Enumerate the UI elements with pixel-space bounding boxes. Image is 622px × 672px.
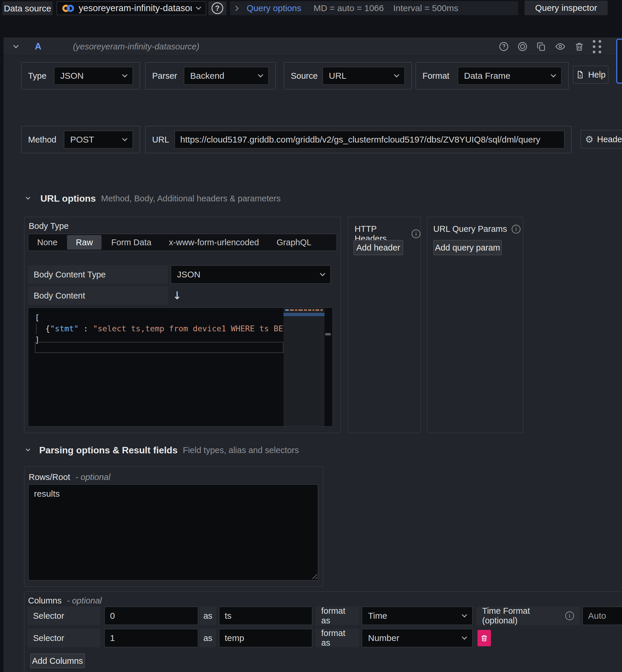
url-options-section-header[interactable]: URL options Method, Body, Additional hea…: [26, 191, 281, 206]
alias-input[interactable]: [219, 606, 312, 625]
selector-label: Selector: [27, 629, 100, 647]
trash-icon: [480, 634, 488, 642]
parsing-section-header[interactable]: Parsing options & Result fields Field ty…: [26, 442, 299, 458]
chevron-down-icon: [551, 72, 556, 77]
add-columns-label: Add Columns: [32, 656, 83, 666]
query-collapse-chevron-icon[interactable]: [13, 43, 19, 48]
method-select[interactable]: POST: [64, 131, 133, 149]
source-field-group: Source URL: [284, 62, 412, 90]
radio-option-urlencoded[interactable]: x-www-form-urlencoded: [160, 234, 268, 250]
parser-select[interactable]: Backend: [184, 67, 269, 85]
minimap-view-indicator[interactable]: [283, 313, 324, 316]
time-format-input[interactable]: [582, 606, 622, 625]
body-content-type-select[interactable]: JSON: [171, 265, 331, 284]
info-circle-icon[interactable]: i: [412, 230, 420, 238]
add-query-param-button[interactable]: Add query param: [433, 240, 502, 255]
radio-option-form-data[interactable]: Form Data: [102, 234, 160, 250]
format-value: Data Frame: [464, 71, 510, 81]
max-data-points-text: MD = auto = 1066: [314, 3, 384, 13]
selector-input[interactable]: [104, 629, 198, 647]
as-label-text: as: [203, 611, 212, 621]
format-select[interactable]: Data Frame: [457, 67, 562, 85]
body-content-type-label-text: Body Content Type: [34, 270, 106, 279]
url-query-params-title-row: URL Query Params i: [433, 224, 520, 234]
focused-edge-element[interactable]: [616, 39, 622, 84]
selector-label-text: Selector: [33, 633, 64, 643]
infinity-logo-icon: [62, 5, 74, 12]
alias-input[interactable]: [219, 629, 312, 647]
minimap-marks: [285, 309, 323, 311]
type-select[interactable]: JSON: [54, 67, 133, 85]
query-datasource-hint: (yesoreyeram-infinity-datasource): [73, 42, 199, 52]
indent-guide: [36, 324, 37, 334]
body-type-radio-group: None Raw Form Data x-www-form-urlencoded…: [28, 234, 337, 251]
body-content-label: Body Content: [28, 286, 168, 305]
time-format-label: Time Format (optional) i: [476, 606, 580, 625]
query-row-actions: [498, 40, 601, 53]
add-query-param-label: Add query param: [435, 243, 500, 253]
code-minimap[interactable]: [283, 308, 324, 426]
current-line-highlight: [35, 342, 283, 353]
eye-icon-button[interactable]: [555, 41, 566, 52]
source-select[interactable]: URL: [322, 67, 405, 85]
format-select[interactable]: Number: [361, 629, 473, 647]
datasource-picker[interactable]: yesoreyeram-infinity-datasou: [57, 1, 206, 15]
chevron-down-icon: [258, 72, 263, 77]
selector-label-text: Selector: [33, 611, 64, 621]
radio-option-raw[interactable]: Raw: [67, 235, 102, 250]
url-options-title: URL options: [40, 193, 96, 204]
info-circle-icon[interactable]: i: [565, 611, 574, 620]
type-value: JSON: [60, 71, 84, 81]
body-content-type-value: JSON: [177, 270, 200, 279]
format-field-group: Format Data Frame: [415, 62, 569, 90]
drag-handle-icon[interactable]: [593, 40, 601, 53]
rows-root-textarea[interactable]: results: [28, 484, 318, 581]
query-inspector-button[interactable]: Query inspector: [525, 1, 608, 15]
chevron-down-icon: [122, 136, 127, 141]
help-button[interactable]: Help: [573, 66, 609, 84]
body-content-code-editor[interactable]: [ {"stmt" : "select ts,temp from device1…: [28, 307, 333, 427]
delete-column-button[interactable]: [478, 630, 491, 646]
body-content-label-text: Body Content: [34, 291, 85, 301]
method-label: Method: [28, 135, 64, 144]
parser-value: Backend: [190, 71, 224, 81]
chevron-down-icon: [122, 72, 127, 77]
record-circle-icon-button[interactable]: [517, 41, 528, 52]
radio-option-none[interactable]: None: [28, 234, 66, 250]
query-row-header[interactable]: A (yesoreyeram-infinity-datasource): [3, 37, 622, 56]
format-value: Number: [368, 633, 400, 643]
interval-text: Interval = 500ms: [393, 3, 458, 13]
datasource-label-text: Data source: [4, 3, 51, 13]
add-columns-button[interactable]: Add Columns: [30, 653, 85, 668]
columns-label: Columns: [28, 596, 62, 605]
scrollbar-thumb[interactable]: [325, 333, 331, 335]
format-select[interactable]: Time: [361, 606, 473, 625]
trash-icon-button[interactable]: [574, 41, 585, 52]
chevron-down-icon: [394, 72, 399, 77]
url-field-group: URL: [145, 126, 572, 154]
add-header-button[interactable]: Add header: [353, 240, 403, 255]
as-label-text: as: [203, 633, 212, 643]
parser-field-group: Parser Backend: [145, 62, 276, 90]
source-value: URL: [329, 71, 346, 81]
radio-option-graphql[interactable]: GraphQL: [268, 234, 320, 250]
arrow-down-icon[interactable]: ↓: [173, 290, 181, 301]
section-collapse-chevron-icon[interactable]: [26, 447, 30, 451]
body-content-type-label: Body Content Type: [28, 265, 168, 284]
copy-icon-button[interactable]: [536, 41, 547, 52]
url-query-params-title: URL Query Params: [433, 224, 507, 234]
type-label: Type: [28, 71, 54, 81]
headers-button[interactable]: ⚙ Headers,: [581, 130, 622, 149]
datasource-help-button[interactable]: ?: [208, 1, 227, 15]
body-type-label: Body Type: [29, 221, 69, 231]
info-circle-icon[interactable]: i: [512, 225, 520, 234]
source-label: Source: [291, 71, 322, 81]
query-options-link[interactable]: Query options: [247, 3, 301, 13]
query-ref-id: A: [35, 41, 41, 52]
section-collapse-chevron-icon[interactable]: [26, 195, 30, 200]
datasource-label: Data source: [2, 1, 53, 15]
selector-input[interactable]: [104, 606, 198, 625]
url-input[interactable]: [174, 131, 565, 149]
question-circle-icon-button[interactable]: [498, 41, 509, 52]
query-options-bar: Query options MD = auto = 1066 Interval …: [230, 1, 518, 15]
